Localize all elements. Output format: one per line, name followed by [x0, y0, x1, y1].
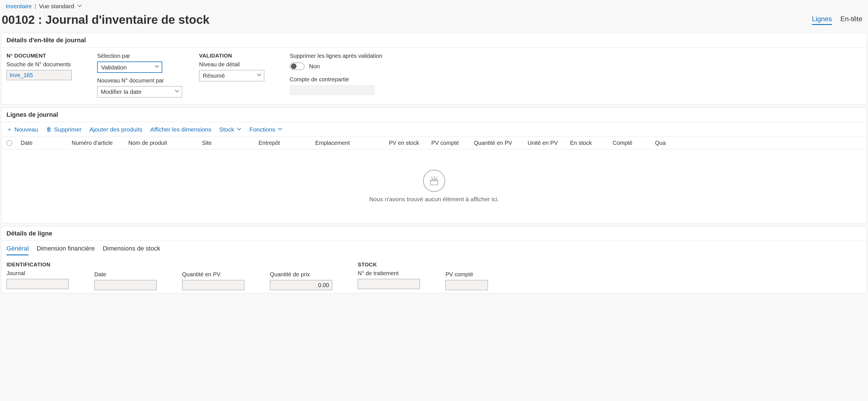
new-line-label: Nouveau: [14, 126, 38, 133]
col-site[interactable]: Site: [199, 140, 256, 146]
empty-box-icon: [423, 170, 445, 192]
label-lot-number: N° de traitement: [358, 270, 426, 277]
stock-menu-label: Stock: [219, 126, 234, 133]
breadcrumb: Inventaire | Vue standard: [6, 3, 862, 10]
section-header-details-title: Détails d'en-tête de journal: [1, 33, 867, 48]
col-pv-stock[interactable]: PV en stock: [386, 140, 429, 146]
label-qty-pv: Quantité en PV: [182, 271, 250, 278]
breadcrumb-root-link[interactable]: Inventaire: [6, 3, 32, 10]
stock-menu[interactable]: Stock: [219, 126, 242, 133]
chevron-down-icon: [175, 86, 180, 97]
svg-point-2: [436, 177, 437, 178]
select-detail-level-value: Résumé: [203, 72, 225, 79]
group-validation: VALIDATION: [199, 53, 273, 59]
toggle-delete-after-post[interactable]: [290, 63, 304, 70]
svg-point-3: [434, 176, 434, 177]
toggle-knob: [291, 63, 297, 69]
section-line-details-title: Détails de ligne: [1, 226, 867, 241]
select-detail-level[interactable]: Résumé: [199, 70, 264, 81]
chevron-down-icon: [237, 126, 242, 133]
svg-point-1: [431, 177, 432, 178]
svg-rect-0: [430, 180, 438, 185]
col-unit-pv[interactable]: Unité en PV: [525, 140, 567, 146]
section-header-details: Détails d'en-tête de journal N° DOCUMENT…: [1, 33, 867, 105]
chevron-down-icon: [256, 70, 262, 81]
breadcrumb-divider: |: [35, 3, 36, 10]
label-detail-level: Niveau de détail: [199, 61, 273, 68]
plus-icon: ＋: [6, 125, 12, 133]
col-item-number[interactable]: Numéro d'article: [69, 140, 125, 146]
chevron-down-icon: [154, 62, 159, 73]
section-line-details: Détails de ligne Général Dimension finan…: [1, 226, 867, 293]
col-location[interactable]: Emplacement: [312, 140, 386, 146]
label-selection: Sélection par: [97, 53, 182, 59]
display-dimensions-button[interactable]: Afficher les dimensions: [150, 126, 212, 133]
chevron-down-icon: [278, 126, 283, 133]
chevron-down-icon: [77, 3, 82, 10]
field-souche[interactable]: Inve_165: [6, 70, 72, 80]
add-products-button[interactable]: Ajouter des produits: [90, 126, 143, 133]
field-pv-counted[interactable]: [445, 280, 488, 290]
col-date[interactable]: Date: [18, 140, 69, 146]
field-lot-number[interactable]: [358, 279, 420, 289]
label-offset-account: Compte de contrepartie: [290, 76, 386, 83]
section-journal-lines-title: Lignes de journal: [1, 108, 867, 122]
col-product-name[interactable]: Nom de produit: [125, 140, 199, 146]
view-selector-label: Vue standard: [39, 3, 74, 10]
grid-empty-text: Nous n'avons trouvé aucun élément à affi…: [369, 196, 499, 203]
group-identification: IDENTIFICATION: [6, 262, 74, 268]
field-qty-pv[interactable]: [182, 280, 244, 290]
label-pv-counted: PV compté: [445, 271, 514, 278]
toggle-delete-value: Non: [309, 63, 320, 70]
label-delete-after-post: Supprimer les lignes après validation: [290, 53, 386, 59]
tab-lines[interactable]: Lignes: [812, 15, 832, 25]
label-price-qty: Quantité de prix: [270, 271, 338, 278]
functions-menu-label: Fonctions: [249, 126, 275, 133]
select-all-checkbox[interactable]: [6, 140, 18, 146]
field-price-qty[interactable]: 0.00: [270, 280, 332, 290]
page-title: 00102 : Journal d'inventaire de stock: [2, 13, 210, 27]
col-qty[interactable]: Qua: [652, 140, 669, 146]
select-newdoc-value: Modifier la date: [101, 88, 142, 95]
select-selection[interactable]: Validation: [97, 61, 162, 73]
select-selection-value: Validation: [101, 64, 127, 70]
group-document: N° DOCUMENT: [6, 53, 80, 59]
col-pv-counted[interactable]: PV compté: [429, 140, 471, 146]
field-date[interactable]: [94, 280, 157, 290]
section-journal-lines: Lignes de journal ＋ Nouveau 🗑 Supprimer …: [1, 107, 867, 223]
delete-line-label: Supprimer: [54, 126, 82, 133]
lines-toolbar: ＋ Nouveau 🗑 Supprimer Ajouter des produi…: [1, 122, 867, 137]
field-journal[interactable]: [6, 279, 69, 289]
view-selector[interactable]: Vue standard: [39, 3, 82, 10]
trash-icon: 🗑: [46, 126, 52, 133]
col-warehouse[interactable]: Entrepôt: [256, 140, 312, 146]
grid-empty-state: Nous n'avons trouvé aucun élément à affi…: [1, 149, 867, 223]
col-qty-pv[interactable]: Quantité en PV: [471, 140, 525, 146]
group-stock: STOCK: [358, 262, 426, 268]
label-journal: Journal: [6, 270, 74, 277]
label-souche: Souche de N° documents: [6, 61, 80, 68]
col-in-stock[interactable]: En stock: [567, 140, 610, 146]
tab-header[interactable]: En-tête: [840, 15, 862, 25]
functions-menu[interactable]: Fonctions: [249, 126, 283, 133]
field-offset-account[interactable]: [290, 85, 375, 95]
new-line-button[interactable]: ＋ Nouveau: [6, 125, 38, 133]
label-newdoc: Nouveau N° document par: [97, 77, 182, 84]
tab-financial-dimension[interactable]: Dimension financière: [36, 245, 95, 255]
tab-stock-dimensions[interactable]: Dimensions de stock: [103, 245, 160, 255]
label-date: Date: [94, 271, 162, 278]
delete-line-button[interactable]: 🗑 Supprimer: [46, 126, 82, 133]
tab-general[interactable]: Général: [6, 245, 29, 255]
grid-header: Date Numéro d'article Nom de produit Sit…: [1, 137, 867, 149]
select-newdoc[interactable]: Modifier la date: [97, 86, 182, 97]
col-counted[interactable]: Compté: [610, 140, 652, 146]
